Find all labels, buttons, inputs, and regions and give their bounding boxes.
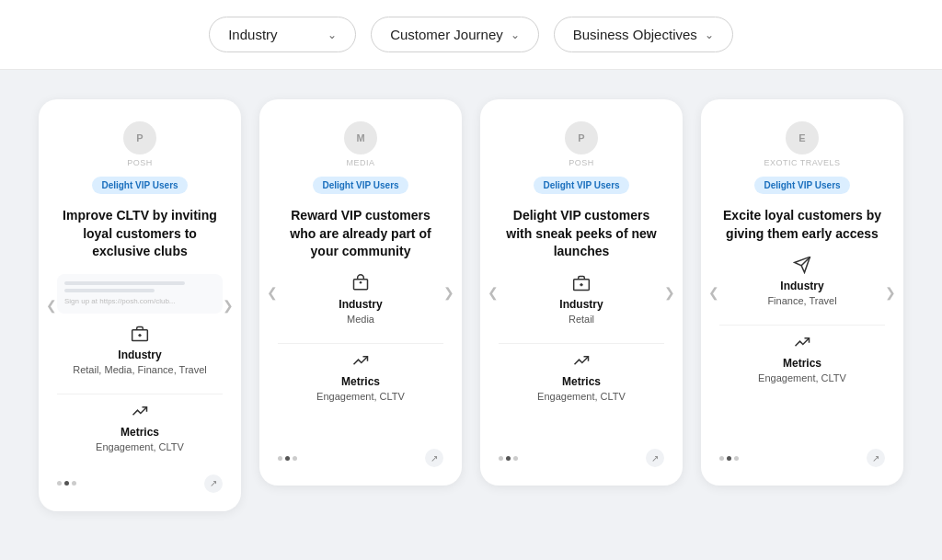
dot-1 [499, 456, 503, 461]
dot-1 [57, 481, 62, 486]
metrics-value-1: Engagement, CLTV [278, 391, 443, 402]
industry-icon-2 [499, 274, 664, 292]
footer-arrow-icon-1[interactable]: ↗ [425, 449, 443, 467]
metrics-icon-0 [57, 402, 223, 420]
brand-logo-0: P [123, 121, 156, 154]
metrics-value-0: Engagement, CLTV [57, 441, 223, 452]
card-title-0: Improve CLTV by inviting loyal customers… [57, 207, 223, 261]
card-title-1: Reward VIP customers who are already par… [278, 207, 443, 261]
card-nav-right-0[interactable]: ❯ [223, 298, 234, 313]
card-title-3: Excite loyal customers by giving them ea… [719, 207, 885, 243]
footer-arrow-icon-0[interactable]: ↗ [204, 474, 223, 493]
brand-name-3: EXOTIC TRAVELS [764, 158, 840, 167]
section-divider-0 [57, 394, 223, 394]
brand-name-2: POSH [569, 158, 594, 167]
dot-3 [734, 456, 739, 461]
industry-value-2: Retail [499, 314, 664, 325]
metrics-label-0: Metrics [57, 426, 223, 439]
metrics-icon-1 [278, 351, 443, 370]
card-nav-left-0[interactable]: ❮ [46, 298, 57, 313]
cards-row: ❮ P POSH Delight VIP Users Improve CLTV … [37, 99, 905, 511]
customer-journey-chevron-icon: ⌄ [511, 29, 520, 41]
metrics-value-3: Engagement, CLTV [719, 372, 885, 383]
dot-3 [513, 456, 518, 461]
metrics-section-1: Metrics Engagement, CLTV [278, 351, 443, 402]
metrics-label-3: Metrics [719, 357, 885, 370]
customer-journey-filter-label: Customer Journey [390, 27, 503, 42]
footer-arrow-icon-3[interactable]: ↗ [867, 449, 885, 467]
dot-2 [64, 481, 69, 486]
dot-2 [285, 456, 290, 461]
card-footer-3: ↗ [719, 438, 885, 467]
industry-icon-1 [278, 274, 443, 292]
tag-1: Delight VIP Users [313, 177, 408, 194]
industry-label-1: Industry [278, 298, 443, 311]
industry-icon-3 [719, 256, 885, 274]
business-objectives-chevron-icon: ⌄ [705, 29, 714, 41]
footer-dots-2 [499, 456, 518, 461]
dot-1 [278, 456, 282, 461]
brand-logo-3: E [786, 121, 819, 154]
footer-arrow-icon-2[interactable]: ↗ [646, 449, 664, 467]
customer-journey-filter[interactable]: Customer Journey ⌄ [371, 17, 539, 52]
section-divider-3 [719, 325, 885, 326]
metrics-label-2: Metrics [499, 375, 664, 388]
industry-value-3: Finance, Travel [719, 295, 885, 306]
industry-chevron-icon: ⌄ [327, 29, 337, 41]
card-preview-0: Sign up at https://posh.com/club... [57, 274, 223, 314]
footer-dots-1 [278, 456, 297, 461]
tag-3: Delight VIP Users [754, 177, 849, 194]
card-2: ❮ P POSH Delight VIP Users Delight VIP c… [480, 99, 683, 486]
section-divider-2 [499, 343, 664, 344]
card-3: ❮ E EXOTIC TRAVELS Delight VIP Users Exc… [701, 99, 903, 486]
card-nav-right-1[interactable]: ❯ [443, 285, 454, 300]
industry-section-0: Industry Retail, Media, Finance, Travel [57, 325, 223, 375]
business-objectives-filter[interactable]: Business Objectives ⌄ [554, 17, 733, 52]
metrics-icon-3 [719, 333, 885, 351]
filter-bar: Industry ⌄ Customer Journey ⌄ Business O… [0, 0, 942, 70]
dot-2 [727, 456, 731, 461]
card-0: ❮ P POSH Delight VIP Users Improve CLTV … [39, 99, 241, 511]
footer-dots-0 [57, 481, 76, 486]
industry-value-1: Media [278, 314, 443, 325]
content-area: ❮ P POSH Delight VIP Users Improve CLTV … [0, 70, 942, 548]
card-title-2: Delight VIP customers with sneak peeks o… [499, 207, 664, 261]
card-nav-right-3[interactable]: ❯ [885, 285, 896, 300]
industry-label-2: Industry [499, 298, 664, 311]
card-footer-2: ↗ [499, 438, 664, 467]
metrics-section-2: Metrics Engagement, CLTV [499, 351, 664, 402]
svg-rect-3 [354, 280, 368, 290]
footer-dots-3 [719, 456, 739, 461]
brand-logo-2: P [565, 121, 598, 154]
metrics-section-3: Metrics Engagement, CLTV [719, 333, 885, 383]
card-nav-left-2[interactable]: ❮ [488, 285, 499, 300]
tag-2: Delight VIP Users [534, 177, 628, 194]
metrics-section-0: Metrics Engagement, CLTV [57, 402, 223, 452]
industry-icon-0 [57, 325, 223, 343]
card-nav-left-1[interactable]: ❮ [267, 285, 278, 300]
brand-name-0: POSH [127, 158, 153, 167]
industry-filter-label: Industry [228, 27, 277, 42]
industry-section-1: Industry Media [278, 274, 443, 325]
card-1: ❮ M MEDIA Delight VIP Users Reward VIP c… [259, 99, 462, 486]
metrics-value-2: Engagement, CLTV [499, 391, 664, 402]
industry-value-0: Retail, Media, Finance, Travel [57, 364, 223, 375]
card-footer-0: ↗ [57, 463, 223, 493]
industry-label-3: Industry [719, 280, 885, 292]
brand-name-1: MEDIA [346, 158, 374, 167]
dot-3 [293, 456, 297, 461]
business-objectives-filter-label: Business Objectives [573, 27, 697, 42]
industry-section-2: Industry Retail [499, 274, 664, 325]
tag-0: Delight VIP Users [92, 177, 187, 194]
industry-section-3: Industry Finance, Travel [719, 256, 885, 306]
industry-label-0: Industry [57, 349, 223, 361]
card-nav-right-2[interactable]: ❯ [664, 285, 675, 300]
dot-3 [72, 481, 76, 486]
dot-2 [506, 456, 511, 461]
card-footer-1: ↗ [278, 438, 443, 467]
card-nav-left-3[interactable]: ❮ [708, 285, 719, 300]
metrics-label-1: Metrics [278, 375, 443, 388]
industry-filter[interactable]: Industry ⌄ [209, 17, 356, 52]
metrics-icon-2 [499, 351, 664, 370]
dot-1 [719, 456, 724, 461]
